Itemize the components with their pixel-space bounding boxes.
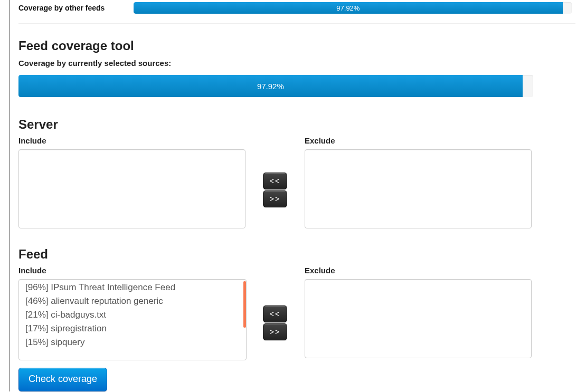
- list-item[interactable]: [15%] sipquery: [19, 336, 246, 349]
- coverage-by-other-feeds-progress-bar: 97.92%: [134, 2, 563, 14]
- feed-coverage-tool-heading: Feed coverage tool: [18, 39, 578, 53]
- coverage-selected-sources-progress-bar: 97.92%: [18, 75, 523, 97]
- coverage-by-other-feeds-row: Coverage by other feeds 97.92%: [18, 0, 578, 23]
- server-move-right-button[interactable]: >>: [263, 190, 287, 207]
- feed-exclude-label: Exclude: [305, 266, 532, 275]
- scrollbar-thumb[interactable]: [243, 281, 246, 328]
- list-item[interactable]: [21%] ci-badguys.txt: [19, 308, 246, 322]
- check-coverage-button[interactable]: Check coverage: [18, 368, 107, 391]
- server-heading: Server: [18, 117, 578, 132]
- feed-heading: Feed: [18, 247, 578, 262]
- feed-move-right-button[interactable]: >>: [263, 323, 287, 340]
- feed-include-label: Include: [18, 266, 245, 275]
- coverage-selected-sources-progress: 97.92%: [18, 75, 533, 97]
- coverage-by-other-feeds-progress: 97.92%: [134, 2, 572, 14]
- list-item[interactable]: [17%] sipregistration: [19, 322, 246, 336]
- server-exclude-label: Exclude: [305, 136, 532, 145]
- server-include-listbox[interactable]: [18, 149, 245, 228]
- feed-include-listbox[interactable]: [96%] IPsum Threat Intelligence Feed [46…: [18, 279, 247, 360]
- coverage-by-other-feeds-label: Coverage by other feeds: [18, 4, 134, 12]
- server-move-left-button[interactable]: <<: [263, 173, 287, 189]
- server-exclude-listbox[interactable]: [305, 149, 532, 228]
- server-include-label: Include: [18, 136, 245, 145]
- list-item[interactable]: [96%] IPsum Threat Intelligence Feed: [19, 281, 246, 294]
- feed-exclude-listbox[interactable]: [305, 279, 532, 358]
- feed-move-left-button[interactable]: <<: [263, 305, 287, 322]
- list-item[interactable]: [46%] alienvault reputation generic: [19, 294, 246, 308]
- coverage-selected-sources-label: Coverage by currently selected sources:: [18, 59, 578, 68]
- divider: [18, 23, 575, 24]
